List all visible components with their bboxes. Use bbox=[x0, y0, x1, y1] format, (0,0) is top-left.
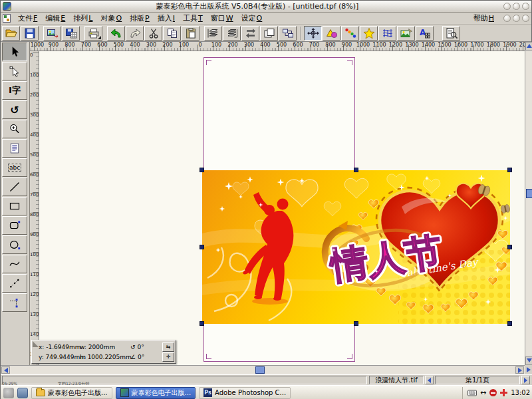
group-button[interactable] bbox=[279, 26, 297, 41]
save-page-button[interactable] bbox=[62, 26, 80, 41]
selection-handle-s[interactable] bbox=[354, 321, 358, 326]
shapes-button[interactable] bbox=[323, 26, 340, 41]
menu-help[interactable]: 帮助H bbox=[469, 13, 498, 24]
paragraph-tool[interactable] bbox=[2, 139, 27, 158]
horizontal-scroll-thumb[interactable] bbox=[255, 366, 265, 374]
center-buttons[interactable]: ✛ bbox=[162, 352, 174, 362]
clock: 13:02 bbox=[511, 389, 530, 396]
hruler-label: 500 bbox=[277, 42, 287, 48]
valentine-image[interactable]: Valentine's Day 情人节 情人节 bbox=[202, 170, 510, 324]
path-tool[interactable] bbox=[2, 293, 27, 312]
rectangle-tool[interactable] bbox=[2, 197, 27, 215]
selection-handle-e[interactable] bbox=[507, 245, 512, 249]
quicklaunch-icon-2[interactable] bbox=[17, 388, 28, 398]
polyline-tool[interactable] bbox=[2, 274, 27, 293]
vertical-ruler[interactable]: 0100200300400500600700800900100011001200… bbox=[30, 51, 39, 365]
antivirus-icon[interactable] bbox=[489, 389, 497, 396]
align-buttons[interactable]: ⇆ bbox=[162, 342, 174, 352]
network-icon[interactable]: ↔ bbox=[480, 389, 486, 396]
swap-order-button[interactable] bbox=[241, 26, 259, 41]
close-button[interactable] bbox=[522, 3, 529, 10]
child-minimize-button[interactable] bbox=[503, 15, 511, 22]
node-select-tool[interactable] bbox=[2, 62, 27, 80]
selection-handle-ne[interactable] bbox=[507, 168, 512, 172]
redo-button[interactable] bbox=[126, 26, 144, 41]
menu-item-5[interactable]: 排版P bbox=[126, 13, 154, 24]
keyboard-icon[interactable] bbox=[467, 390, 477, 396]
print-button[interactable] bbox=[84, 26, 102, 41]
cut-button[interactable] bbox=[144, 26, 162, 41]
menu-item-6[interactable]: 插入I bbox=[154, 13, 179, 24]
child-close-button[interactable] bbox=[522, 15, 529, 22]
menu-item-2[interactable]: 编辑E bbox=[41, 13, 69, 24]
scroll-top-button[interactable] bbox=[525, 42, 532, 51]
hruler-label: 800 bbox=[325, 42, 335, 48]
menu-item-4[interactable]: 对象O bbox=[96, 13, 126, 24]
menu-item-9[interactable]: 设定O bbox=[237, 13, 267, 24]
rounded-rectangle-tool[interactable] bbox=[2, 216, 27, 235]
curve-tool[interactable] bbox=[2, 255, 27, 273]
text-format-button[interactable]: A bbox=[416, 26, 434, 41]
menu-item-8[interactable]: 窗口W bbox=[207, 13, 237, 24]
line-tool[interactable] bbox=[2, 178, 27, 196]
ellipse-tool[interactable] bbox=[2, 235, 27, 254]
menu-item-7[interactable]: 工具T bbox=[179, 13, 207, 24]
undo-button[interactable] bbox=[107, 26, 125, 41]
move-tool-button[interactable] bbox=[304, 26, 322, 41]
export-image-button[interactable] bbox=[43, 26, 61, 41]
insert-image-button[interactable] bbox=[397, 26, 415, 41]
task-button-folder-window[interactable]: 蒙泰彩色电子出版... bbox=[31, 387, 112, 399]
selection-handle-nw[interactable] bbox=[200, 168, 204, 172]
zoom-tool[interactable] bbox=[2, 120, 27, 138]
document-icon[interactable] bbox=[3, 14, 11, 23]
menu-item-3[interactable]: 排列L bbox=[69, 13, 96, 24]
vruler-label: 1100 bbox=[30, 272, 39, 277]
selection-handle-w[interactable] bbox=[200, 245, 204, 249]
scroll-bottom-button[interactable] bbox=[525, 356, 532, 365]
selection-handle-se[interactable] bbox=[507, 321, 512, 326]
vertical-scrollbar[interactable] bbox=[525, 42, 532, 365]
task-button-photoshop[interactable]: PsAdobe Photoshop C... bbox=[199, 387, 291, 399]
open-button[interactable] bbox=[2, 26, 20, 41]
skew-value: ∠ 0° bbox=[130, 354, 157, 360]
save-button[interactable] bbox=[21, 26, 39, 41]
vruler-label: 600 bbox=[30, 172, 39, 178]
menu-item-1[interactable]: 文件F bbox=[14, 13, 41, 24]
mesh-distort-button[interactable] bbox=[378, 26, 396, 41]
text-tool[interactable]: I字 bbox=[2, 81, 27, 100]
vruler-label: 700 bbox=[30, 192, 39, 198]
scrollbar-corner-button[interactable] bbox=[525, 365, 532, 374]
child-restore-button[interactable] bbox=[513, 15, 520, 22]
hruler-label: 800 bbox=[65, 42, 74, 48]
star-button[interactable] bbox=[360, 26, 378, 41]
select-tool[interactable] bbox=[2, 43, 27, 61]
text-block-tool[interactable]: abc bbox=[2, 158, 27, 177]
horizontal-scrollbar[interactable] bbox=[1, 365, 525, 374]
rotate-tool[interactable]: ↺ bbox=[2, 100, 27, 119]
selection-handle-n[interactable] bbox=[354, 168, 358, 172]
color-effects-button[interactable] bbox=[341, 26, 359, 41]
paste-button[interactable] bbox=[182, 26, 200, 41]
horizontal-ruler[interactable]: 0010009008007006005004003002001000100200… bbox=[30, 42, 525, 51]
object-info-panel[interactable]: x: -1.6949mm w: 2000mm ↺ 0° y: 749.9449m… bbox=[31, 340, 176, 364]
hruler-label: 400 bbox=[130, 42, 140, 48]
task-buttons: 蒙泰彩色电子出版...蒙泰彩色电子出版...PsAdobe Photoshop … bbox=[31, 387, 291, 399]
scroll-right-button[interactable] bbox=[515, 366, 524, 374]
health-icon[interactable] bbox=[500, 389, 507, 396]
title-bar[interactable]: 蒙泰彩色电子出版系统 V5.0B4(专业版) - [untitled.tpf (… bbox=[1, 1, 531, 13]
print-preview-button[interactable] bbox=[442, 26, 460, 41]
bring-to-front-button[interactable] bbox=[204, 26, 222, 41]
scroll-left-button[interactable] bbox=[1, 366, 10, 374]
vertical-scroll-thumb[interactable] bbox=[526, 189, 532, 198]
print-dropdown[interactable] bbox=[98, 36, 101, 39]
selection-handle-sw[interactable] bbox=[200, 321, 204, 326]
send-to-back-button[interactable] bbox=[223, 26, 241, 41]
info-panel-grip[interactable] bbox=[32, 340, 39, 363]
duplicate-button[interactable] bbox=[260, 26, 278, 41]
canvas[interactable]: Valentine's Day 情人节 情人节 bbox=[39, 51, 525, 365]
copy-button[interactable] bbox=[163, 26, 181, 41]
quicklaunch-icon-1[interactable] bbox=[3, 388, 14, 398]
maximize-button[interactable] bbox=[513, 3, 520, 10]
task-button-montai-app[interactable]: 蒙泰彩色电子出版... bbox=[116, 387, 196, 399]
minimize-button[interactable] bbox=[503, 3, 511, 10]
